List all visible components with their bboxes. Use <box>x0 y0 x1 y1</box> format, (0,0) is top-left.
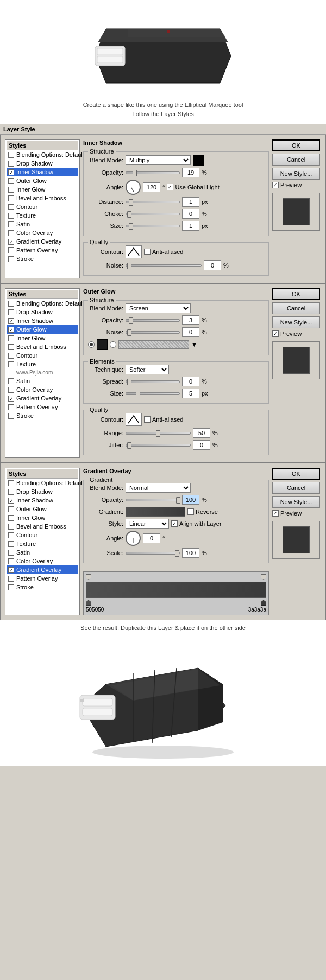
style-satin-2[interactable]: Satin <box>7 377 78 385</box>
opacity-input-1[interactable] <box>182 168 199 177</box>
style-color-overlay-2[interactable]: Color Overlay <box>7 385 78 394</box>
style-stroke-1[interactable]: Stroke <box>7 254 78 263</box>
blend-mode-dropdown-1[interactable]: Multiply <box>126 155 191 165</box>
size-thumb-2[interactable] <box>136 391 140 397</box>
anti-aliased-checkbox-2[interactable] <box>144 416 151 423</box>
pattern-swatch-2[interactable] <box>118 340 189 349</box>
blend-mode-dropdown-2[interactable]: Screen <box>126 303 191 313</box>
noise-thumb-2[interactable] <box>127 329 131 336</box>
opacity-slider-2[interactable] <box>126 319 180 322</box>
opacity-thumb-1[interactable] <box>133 170 137 176</box>
style-blending-options-1[interactable]: Blending Options: Default <box>7 150 78 159</box>
style-inner-shadow-3[interactable]: Inner Shadow <box>7 496 78 505</box>
new-style-button-2[interactable]: New Style... <box>272 316 320 328</box>
cancel-button-1[interactable]: Cancel <box>272 154 320 166</box>
preview-checkbox-1[interactable] <box>272 182 279 188</box>
style-contour-2[interactable]: Contour <box>7 351 78 360</box>
color-radio-2[interactable] <box>88 341 95 348</box>
size-slider-2[interactable] <box>126 392 180 395</box>
style-inner-shadow-1[interactable]: Inner Shadow <box>7 168 78 176</box>
style-drop-shadow-2[interactable]: Drop Shadow <box>7 308 78 316</box>
style-pattern-overlay-2[interactable]: Pattern Overlay <box>7 403 78 411</box>
style-bevel-emboss-3[interactable]: Bevel and Emboss <box>7 522 78 531</box>
style-contour-1[interactable]: Contour <box>7 202 78 211</box>
opacity-input-3[interactable] <box>182 495 199 505</box>
new-style-button-1[interactable]: New Style... <box>272 168 320 180</box>
new-style-button-3[interactable]: New Style... <box>272 496 320 508</box>
style-outer-glow-1[interactable]: Outer Glow <box>7 176 78 185</box>
spread-slider-2[interactable] <box>126 380 180 383</box>
range-slider-2[interactable] <box>126 432 191 435</box>
global-light-checkbox-1[interactable] <box>167 184 173 190</box>
contour-preview-2[interactable] <box>126 413 142 426</box>
style-stroke-3[interactable]: Stroke <box>7 583 78 591</box>
style-inner-glow-3[interactable]: Inner Glow <box>7 513 78 522</box>
style-satin-1[interactable]: Satin <box>7 220 78 228</box>
scale-slider-3[interactable] <box>126 552 180 555</box>
style-color-overlay-3[interactable]: Color Overlay <box>7 557 78 565</box>
size-input-2[interactable] <box>182 389 199 398</box>
style-contour-3[interactable]: Contour <box>7 531 78 539</box>
noise-slider-1[interactable] <box>126 264 202 267</box>
size-slider-1[interactable] <box>126 225 180 227</box>
contour-preview-1[interactable] <box>126 245 142 258</box>
pattern-radio-2[interactable] <box>110 341 116 348</box>
noise-input-1[interactable] <box>204 260 221 270</box>
cancel-button-3[interactable]: Cancel <box>272 482 320 494</box>
style-pattern-overlay-1[interactable]: Pattern Overlay <box>7 246 78 254</box>
noise-slider-2[interactable] <box>126 331 180 334</box>
gradient-stop-top-right[interactable] <box>261 574 266 580</box>
style-inner-glow-2[interactable]: Inner Glow <box>7 334 78 342</box>
angle-dial-3[interactable] <box>126 531 141 546</box>
angle-input-3[interactable] <box>143 533 160 543</box>
angle-input-1[interactable] <box>143 182 160 192</box>
glow-color-swatch-2[interactable] <box>97 339 108 350</box>
style-bevel-emboss-2[interactable]: Bevel and Emboss <box>7 342 78 351</box>
scale-input-3[interactable] <box>182 548 199 558</box>
cancel-button-2[interactable]: Cancel <box>272 302 320 314</box>
choke-thumb-1[interactable] <box>127 211 131 218</box>
jitter-input-2[interactable] <box>193 440 210 450</box>
ok-button-2[interactable]: OK <box>272 288 320 300</box>
reverse-checkbox-3[interactable] <box>187 508 194 515</box>
style-gradient-overlay-1[interactable]: Gradient Overlay <box>7 237 78 246</box>
align-checkbox-3[interactable] <box>171 520 178 527</box>
anti-aliased-checkbox-1[interactable] <box>144 249 151 255</box>
style-texture-3[interactable]: Texture <box>7 539 78 548</box>
blend-color-1[interactable] <box>193 155 204 166</box>
style-stroke-2[interactable]: Stroke <box>7 411 78 420</box>
noise-thumb-1[interactable] <box>127 263 131 269</box>
opacity-slider-3[interactable] <box>126 499 180 501</box>
blend-mode-dropdown-3[interactable]: Normal <box>126 483 191 493</box>
jitter-thumb-2[interactable] <box>127 442 131 449</box>
gradient-bar-3[interactable] <box>86 582 266 598</box>
style-blending-options-3[interactable]: Blending Options: Default <box>7 479 78 487</box>
style-texture-1[interactable]: Texture <box>7 211 78 220</box>
preview-checkbox-2[interactable] <box>272 330 279 337</box>
opacity-thumb-2[interactable] <box>129 317 133 324</box>
gradient-stop-bottom-left[interactable] <box>86 600 91 606</box>
style-drop-shadow-3[interactable]: Drop Shadow <box>7 487 78 496</box>
opacity-slider-1[interactable] <box>126 171 180 174</box>
range-input-2[interactable] <box>193 428 210 438</box>
opacity-thumb-3[interactable] <box>176 497 180 504</box>
choke-input-1[interactable] <box>182 209 199 219</box>
style-dropdown-3[interactable]: Linear <box>126 519 169 529</box>
gradient-stop-top-left[interactable] <box>86 574 91 580</box>
range-thumb-2[interactable] <box>156 430 160 437</box>
style-color-overlay-1[interactable]: Color Overlay <box>7 228 78 237</box>
preview-checkbox-3[interactable] <box>272 510 279 517</box>
style-gradient-overlay-2[interactable]: Gradient Overlay <box>7 394 78 403</box>
ok-button-3[interactable]: OK <box>272 468 320 480</box>
gradient-stop-bottom-right[interactable] <box>261 600 266 606</box>
distance-slider-1[interactable] <box>126 201 180 203</box>
angle-dial-1[interactable] <box>126 180 141 195</box>
ok-button-1[interactable]: OK <box>272 139 320 151</box>
distance-thumb-1[interactable] <box>129 199 133 206</box>
style-inner-shadow-2[interactable]: Inner Shadow <box>7 316 78 325</box>
style-outer-glow-3[interactable]: Outer Glow <box>7 505 78 513</box>
style-satin-3[interactable]: Satin <box>7 548 78 557</box>
choke-slider-1[interactable] <box>126 213 180 215</box>
style-pattern-overlay-3[interactable]: Pattern Overlay <box>7 574 78 583</box>
spread-thumb-2[interactable] <box>127 379 131 385</box>
